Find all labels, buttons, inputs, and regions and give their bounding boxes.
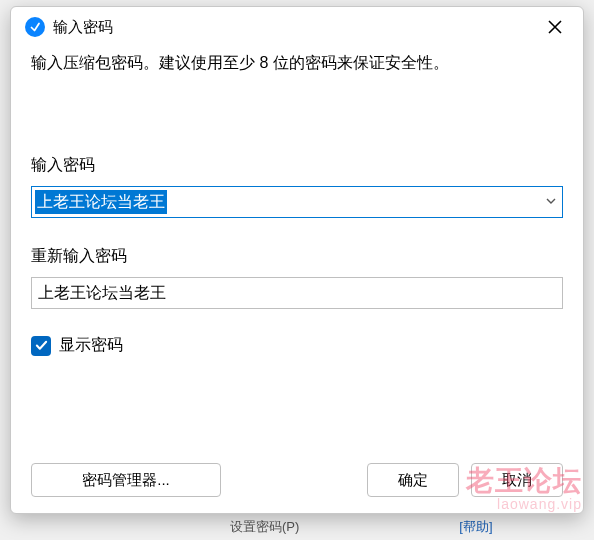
- ok-button[interactable]: 确定: [367, 463, 459, 497]
- close-button[interactable]: [541, 13, 569, 41]
- titlebar: 输入密码: [11, 7, 583, 47]
- button-row: 密码管理器... 确定 取消: [11, 463, 583, 513]
- close-icon: [548, 20, 562, 34]
- password-combo[interactable]: 上老王论坛当老王: [31, 186, 563, 218]
- dialog-content: 输入压缩包密码。建议使用至少 8 位的密码来保证安全性。 输入密码 上老王论坛当…: [11, 47, 583, 463]
- password-label: 输入密码: [31, 155, 563, 176]
- bg-menu-item: 设置密码(P): [230, 518, 299, 536]
- password-dialog: 输入密码 输入压缩包密码。建议使用至少 8 位的密码来保证安全性。 输入密码 上…: [10, 6, 584, 514]
- window-title: 输入密码: [53, 18, 541, 37]
- check-icon: [35, 339, 48, 352]
- instruction-text: 输入压缩包密码。建议使用至少 8 位的密码来保证安全性。: [31, 51, 563, 75]
- password-manager-button[interactable]: 密码管理器...: [31, 463, 221, 497]
- confirm-input[interactable]: [31, 277, 563, 309]
- bg-help-link: [帮助]: [459, 518, 492, 536]
- confirm-label: 重新输入密码: [31, 246, 563, 267]
- password-input[interactable]: [31, 186, 563, 218]
- cancel-button[interactable]: 取消: [471, 463, 563, 497]
- show-password-checkbox[interactable]: [31, 336, 51, 356]
- background-menu: 设置密码(P) [帮助]: [0, 518, 493, 536]
- show-password-row: 显示密码: [31, 335, 563, 356]
- app-icon: [25, 17, 45, 37]
- show-password-label[interactable]: 显示密码: [59, 335, 123, 356]
